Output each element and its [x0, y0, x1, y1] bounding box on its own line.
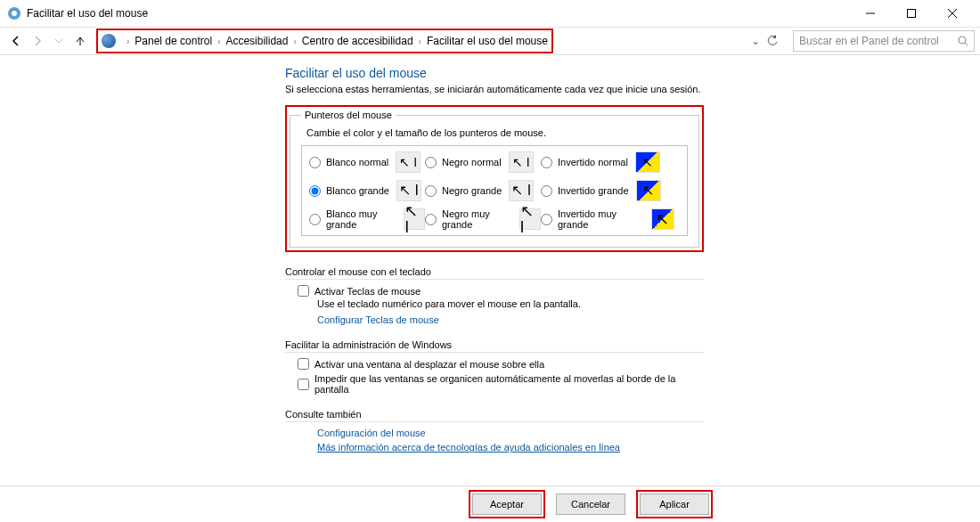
prevent-snap-checkbox[interactable]: Impedir que las ventanas se organicen au…: [298, 373, 704, 395]
pointer-option-black-normal[interactable]: Negro normal ↖ I: [425, 151, 541, 173]
hover-activate-checkbox[interactable]: Activar una ventana al desplazar el mous…: [298, 358, 704, 370]
admin-section-title: Facilitar la administración de Windows: [285, 339, 704, 353]
page-subtitle: Si selecciona estas herramientas, se ini…: [285, 84, 704, 94]
option-label: Invertido grande: [558, 185, 629, 196]
keyboard-section-title: Controlar el mouse con el teclado: [285, 266, 704, 280]
cursor-preview-icon: ↖: [636, 180, 661, 201]
page-title: Facilitar el uso del mouse: [285, 66, 704, 80]
cancel-button[interactable]: Cancelar: [556, 493, 625, 515]
option-label: Invertido normal: [558, 157, 628, 167]
pointer-group-highlight: Punteros del mouse Cambie el color y el …: [285, 105, 704, 252]
search-placeholder: Buscar en el Panel de control: [799, 35, 939, 47]
apply-highlight: Aplicar: [636, 490, 713, 518]
radio-white-xl[interactable]: [309, 214, 321, 225]
option-label: Negro muy grande: [442, 208, 512, 230]
close-button[interactable]: [932, 0, 973, 27]
dialog-footer: Aceptar Cancelar Aplicar: [0, 485, 980, 522]
pointer-options-table: Blanco normal ↖ I Negro normal ↖ I Inver…: [301, 145, 688, 236]
breadcrumb-item[interactable]: Accesibilidad: [225, 35, 288, 47]
pointer-option-inv-normal[interactable]: Invertido normal ↖: [541, 151, 674, 173]
breadcrumb: › Panel de control › Accesibilidad › Cen…: [96, 29, 553, 53]
svg-line-7: [965, 43, 968, 45]
svg-rect-3: [908, 10, 916, 18]
radio-inv-xl[interactable]: [541, 214, 552, 225]
radio-white-normal[interactable]: [309, 157, 321, 168]
titlebar: Facilitar el uso del mouse: [0, 0, 980, 28]
radio-black-large[interactable]: [425, 185, 437, 197]
radio-white-large[interactable]: [309, 185, 321, 197]
chevron-right-icon: ›: [293, 37, 296, 46]
cursor-preview-icon: ↖ I: [396, 151, 421, 173]
control-panel-icon: [102, 34, 116, 48]
pointer-group: Punteros del mouse Cambie el color y el …: [290, 110, 699, 248]
search-icon: [958, 36, 968, 46]
ok-button[interactable]: Aceptar: [472, 493, 542, 515]
radio-black-xl[interactable]: [425, 214, 437, 225]
pointer-option-white-xl[interactable]: Blanco muy grande ↖ I: [309, 208, 425, 230]
option-label: Blanco muy grande: [326, 208, 396, 230]
mouse-settings-link[interactable]: Configuración del mouse: [317, 428, 426, 438]
mousekeys-input[interactable]: [298, 285, 309, 297]
cursor-preview-icon: ↖ I: [404, 208, 425, 230]
chevron-right-icon: ›: [419, 37, 421, 46]
address-bar: › Panel de control › Accesibilidad › Cen…: [0, 28, 980, 55]
ok-highlight: Aceptar: [469, 490, 545, 518]
window-title: Facilitar el uso del mouse: [27, 7, 148, 20]
option-label: Negro normal: [442, 157, 502, 167]
maximize-button[interactable]: [891, 0, 932, 27]
breadcrumb-item[interactable]: Centro de accesibilidad: [302, 35, 413, 47]
up-button[interactable]: [69, 30, 91, 52]
pointer-option-inv-xl[interactable]: Invertido muy grande ↖: [541, 208, 674, 230]
svg-point-1: [12, 11, 17, 16]
hover-activate-input[interactable]: [298, 358, 309, 370]
radio-inv-normal[interactable]: [541, 157, 552, 168]
cursor-preview-icon: ↖ I: [509, 151, 534, 173]
cursor-preview-icon: ↖ I: [519, 208, 541, 230]
radio-inv-large[interactable]: [541, 185, 552, 197]
pointer-legend: Punteros del mouse: [301, 110, 396, 120]
pointer-option-black-large[interactable]: Negro grande ↖ I: [425, 180, 541, 201]
pointer-option-inv-large[interactable]: Invertido grande ↖: [541, 180, 674, 201]
minimize-button[interactable]: [850, 0, 891, 27]
more-info-link[interactable]: Más información acerca de tecnologías de…: [317, 442, 620, 453]
cursor-preview-icon: ↖ I: [396, 180, 421, 201]
refresh-button[interactable]: [766, 35, 788, 47]
search-input[interactable]: Buscar en el Panel de control: [793, 30, 975, 52]
pointer-option-white-normal[interactable]: Blanco normal ↖ I: [309, 151, 425, 173]
mousekeys-hint: Use el teclado numérico para mover el mo…: [317, 298, 704, 309]
prevent-snap-label: Impedir que las ventanas se organicen au…: [314, 373, 704, 395]
mousekeys-checkbox[interactable]: Activar Teclas de mouse: [298, 285, 704, 297]
recent-button[interactable]: [48, 30, 69, 52]
chevron-right-icon: ›: [127, 37, 129, 46]
radio-black-normal[interactable]: [425, 157, 437, 168]
apply-button[interactable]: Aplicar: [640, 493, 709, 515]
hover-activate-label: Activar una ventana al desplazar el mous…: [314, 359, 544, 370]
pointer-option-white-large[interactable]: Blanco grande ↖ I: [309, 180, 425, 201]
cursor-preview-icon: ↖: [635, 151, 660, 173]
option-label: Invertido muy grande: [558, 208, 644, 230]
mousekeys-label: Activar Teclas de mouse: [314, 286, 421, 297]
chevron-right-icon: ›: [217, 37, 220, 46]
control-panel-icon: [7, 6, 21, 20]
pointer-option-black-xl[interactable]: Negro muy grande ↖ I: [425, 208, 541, 230]
option-label: Negro grande: [442, 185, 502, 196]
mousekeys-config-link[interactable]: Configurar Teclas de mouse: [317, 314, 439, 325]
cursor-preview-icon: ↖ I: [509, 180, 534, 201]
svg-point-6: [959, 37, 966, 44]
prevent-snap-input[interactable]: [298, 379, 309, 390]
back-button[interactable]: [5, 30, 27, 52]
forward-button[interactable]: [27, 30, 48, 52]
option-label: Blanco grande: [326, 185, 389, 196]
option-label: Blanco normal: [326, 157, 388, 167]
seealso-title: Consulte también: [285, 409, 704, 422]
pointer-desc: Cambie el color y el tamaño de los punte…: [306, 127, 688, 138]
address-dropdown[interactable]: ⌄: [745, 35, 766, 47]
cursor-preview-icon: ↖: [651, 208, 674, 230]
breadcrumb-item[interactable]: Facilitar el uso del mouse: [427, 35, 548, 47]
breadcrumb-item[interactable]: Panel de control: [135, 35, 212, 47]
